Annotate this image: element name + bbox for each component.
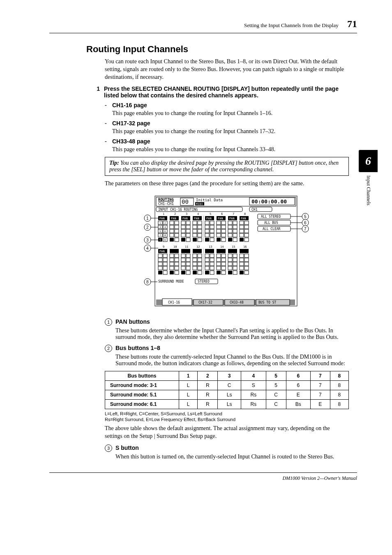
- table-cell: Surround mode: 3-1: [105, 380, 179, 390]
- table-header: 5: [266, 371, 286, 380]
- tip-text: You can also display the desired page by…: [109, 160, 339, 173]
- table-header: 3: [218, 371, 241, 380]
- svg-text:6: 6: [304, 221, 307, 225]
- after-table-paragraph: The above table shows the default assign…: [105, 425, 349, 440]
- table-cell: E: [310, 399, 330, 409]
- intro-paragraph: You can route each Input Channel to the …: [105, 58, 349, 81]
- svg-text:CH1: CH1: [251, 208, 258, 212]
- svg-text:1: 1: [159, 221, 161, 224]
- chapter-tab-label: Input Channels: [359, 175, 371, 205]
- callout-2-desc: These buttons route the currently-select…: [115, 354, 349, 367]
- svg-text:CH33-48: CH33-48: [230, 301, 244, 304]
- svg-text:9: 9: [163, 245, 164, 249]
- svg-text:PAN: PAN: [229, 217, 235, 220]
- table-cell: Rs: [241, 399, 266, 409]
- svg-text:Initial Data: Initial Data: [196, 198, 223, 202]
- svg-text:PAN: PAN: [182, 217, 188, 220]
- svg-text:ALL STEREO: ALL STEREO: [261, 215, 281, 219]
- svg-rect-90: [240, 249, 249, 253]
- screen-figure: ROUTING CH1-CH1 00 Initial Data MIDI 00:…: [105, 194, 349, 312]
- svg-text:ROUTING: ROUTING: [158, 198, 174, 202]
- table-header: Bus buttons: [105, 371, 179, 380]
- table-cell: 5: [266, 380, 286, 390]
- subitem-ch17-32-desc: This page enables you to change the rout…: [112, 128, 349, 135]
- post-tip-paragraph: The parameters on these three pages (and…: [105, 180, 349, 188]
- svg-text:8: 8: [146, 280, 149, 284]
- svg-text:1: 1: [163, 212, 164, 216]
- table-cell: C: [266, 390, 286, 399]
- callout-1-number: 1: [105, 318, 112, 326]
- table-header: 2: [198, 371, 218, 380]
- svg-text:7: 7: [233, 212, 234, 216]
- chapter-tab: 6: [359, 150, 378, 172]
- table-cell: L: [179, 380, 198, 390]
- svg-text:D: D: [164, 238, 166, 241]
- table-cell: R: [198, 390, 218, 399]
- table-legend-line1: L=Left, R=Right, C=Center, S=Surround, L…: [105, 411, 349, 417]
- svg-text:3: 3: [159, 226, 161, 228]
- table-cell: Rs: [241, 390, 266, 399]
- header-rule: [49, 33, 357, 33]
- callout-1-title: PAN buttons: [115, 318, 150, 326]
- table-row: Surround mode: 3-1 L R C S 5 6 7 8: [105, 380, 349, 390]
- table-row: Surround mode: 5.1 L R Ls Rs C E 7 8: [105, 390, 349, 399]
- svg-rect-85: [181, 249, 190, 253]
- table-legend-line2: Rs=Right Surround, E=Low Frequency Effec…: [105, 417, 349, 422]
- callout-3-desc: When this button is turned on, the curre…: [115, 454, 349, 460]
- svg-text:00: 00: [182, 198, 189, 205]
- svg-rect-88: [217, 249, 226, 253]
- svg-text:PAN: PAN: [194, 217, 199, 220]
- table-header: 6: [286, 371, 310, 380]
- svg-text:16: 16: [243, 245, 247, 249]
- svg-text:13: 13: [209, 245, 212, 249]
- bullet-dash: -: [105, 138, 109, 145]
- running-header: Setting the Input Channels from the Disp…: [244, 22, 339, 28]
- svg-text:7: 7: [304, 227, 307, 231]
- callout-2-title: Bus buttons 1–8: [115, 345, 160, 352]
- svg-text:PAN: PAN: [218, 217, 223, 220]
- surround-mode-table: Bus buttons 1 2 3 4 5 6 7 8 Surround mod…: [105, 371, 349, 409]
- svg-text:CH17-32: CH17-32: [198, 301, 212, 304]
- table-cell: R: [198, 399, 218, 409]
- table-cell: E: [286, 390, 310, 399]
- subitem-ch1-16-title: CH1-16 page: [112, 102, 147, 108]
- table-cell: 6: [286, 380, 310, 390]
- subitem-ch17-32-title: CH17-32 page: [112, 120, 150, 127]
- callout-2-number: 2: [105, 345, 112, 352]
- tip-label: Tip:: [109, 160, 119, 166]
- callout-3-number: 3: [105, 444, 112, 452]
- svg-text:5: 5: [210, 212, 211, 216]
- table-cell: S: [241, 380, 266, 390]
- svg-text:10: 10: [173, 245, 177, 249]
- svg-rect-86: [193, 249, 202, 253]
- bullet-dash: -: [105, 102, 109, 108]
- table-cell: L: [179, 390, 198, 399]
- svg-text:CH1-16: CH1-16: [168, 301, 180, 304]
- svg-text:PAN: PAN: [206, 217, 212, 220]
- table-cell: 8: [330, 380, 348, 390]
- subitem-ch1-16-desc: This page enables you to change the rout…: [112, 110, 349, 117]
- footer-rule: [49, 472, 357, 473]
- svg-text:00:00:00.00: 00:00:00.00: [251, 198, 287, 205]
- svg-text:6: 6: [164, 230, 166, 233]
- svg-text:7: 7: [159, 234, 161, 237]
- svg-text:8: 8: [244, 212, 246, 216]
- bullet-dash: -: [105, 120, 109, 127]
- table-cell: Surround mode: 5.1: [105, 390, 179, 399]
- section-heading: Routing Input Channels: [86, 44, 357, 55]
- svg-text:S: S: [159, 238, 161, 241]
- svg-text:4: 4: [164, 226, 166, 228]
- table-cell: C: [266, 399, 286, 409]
- svg-text:11: 11: [185, 245, 188, 249]
- svg-text:ALL CLEAR: ALL CLEAR: [263, 227, 281, 231]
- table-cell: Ls: [218, 399, 241, 409]
- table-header-row: Bus buttons 1 2 3 4 5 6 7 8: [105, 371, 349, 380]
- table-cell: 8: [330, 390, 348, 399]
- svg-text:PAN: PAN: [159, 217, 165, 220]
- svg-text:1: 1: [146, 216, 149, 221]
- subitem-ch33-48-title: CH33-48 page: [112, 138, 150, 145]
- footer-manual-title: DM1000 Version 2—Owner's Manual: [49, 475, 357, 481]
- svg-text:2: 2: [164, 221, 166, 224]
- callout-3-title: S button: [115, 444, 139, 452]
- svg-text:2: 2: [146, 225, 149, 230]
